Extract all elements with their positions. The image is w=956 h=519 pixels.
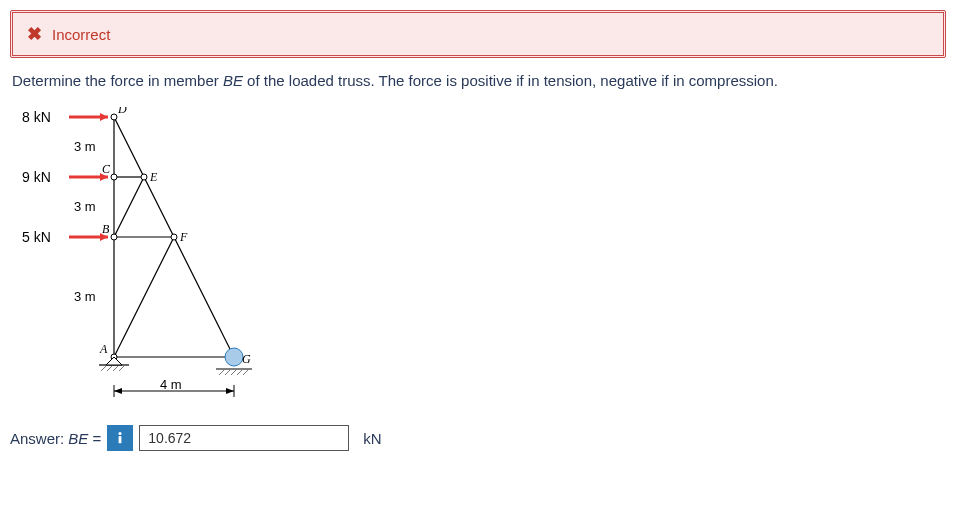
svg-line-16 bbox=[107, 365, 113, 371]
answer-row: Answer: BE = kN bbox=[10, 425, 946, 451]
svg-point-7 bbox=[111, 114, 117, 120]
svg-marker-49 bbox=[226, 388, 234, 394]
answer-input[interactable] bbox=[139, 425, 349, 451]
info-icon bbox=[114, 431, 126, 445]
truss-diagram: 8 kN 9 kN 5 kN 3 m 3 m 3 m D C B A E F G… bbox=[14, 107, 946, 407]
load-arrow-D bbox=[69, 113, 108, 121]
svg-line-18 bbox=[119, 365, 125, 371]
svg-marker-27 bbox=[100, 113, 108, 121]
svg-line-15 bbox=[101, 365, 107, 371]
svg-text:D: D bbox=[117, 107, 127, 116]
svg-text:B: B bbox=[102, 222, 110, 236]
svg-text:3 m: 3 m bbox=[74, 289, 96, 304]
svg-point-12 bbox=[171, 234, 177, 240]
svg-text:9 kN: 9 kN bbox=[22, 169, 51, 185]
svg-text:A: A bbox=[99, 342, 108, 356]
svg-line-21 bbox=[219, 369, 225, 375]
answer-label: Answer: BE = bbox=[10, 430, 101, 447]
answer-unit: kN bbox=[363, 430, 381, 447]
svg-line-22 bbox=[225, 369, 231, 375]
svg-line-5 bbox=[114, 237, 174, 357]
svg-text:3 m: 3 m bbox=[74, 139, 96, 154]
status-alert: ✖ Incorrect bbox=[10, 10, 946, 58]
svg-marker-19 bbox=[106, 357, 122, 365]
svg-text:G: G bbox=[242, 352, 251, 366]
x-icon: ✖ bbox=[27, 23, 42, 45]
svg-line-23 bbox=[231, 369, 237, 375]
svg-text:C: C bbox=[102, 162, 111, 176]
svg-marker-48 bbox=[114, 388, 122, 394]
svg-text:3 m: 3 m bbox=[74, 199, 96, 214]
svg-rect-52 bbox=[119, 436, 122, 443]
svg-text:F: F bbox=[179, 230, 188, 244]
info-button[interactable] bbox=[107, 425, 133, 451]
svg-text:5 kN: 5 kN bbox=[22, 229, 51, 245]
svg-text:E: E bbox=[149, 170, 158, 184]
svg-line-17 bbox=[113, 365, 119, 371]
svg-line-24 bbox=[237, 369, 243, 375]
svg-point-8 bbox=[111, 174, 117, 180]
status-text: Incorrect bbox=[52, 26, 110, 43]
svg-point-51 bbox=[119, 432, 122, 435]
svg-text:8 kN: 8 kN bbox=[22, 109, 51, 125]
svg-point-9 bbox=[111, 234, 117, 240]
svg-line-4 bbox=[114, 177, 144, 237]
svg-text:4 m: 4 m bbox=[160, 377, 182, 392]
question-text: Determine the force in member BE of the … bbox=[12, 72, 944, 89]
svg-point-13 bbox=[225, 348, 243, 366]
svg-point-11 bbox=[141, 174, 147, 180]
svg-line-25 bbox=[243, 369, 249, 375]
